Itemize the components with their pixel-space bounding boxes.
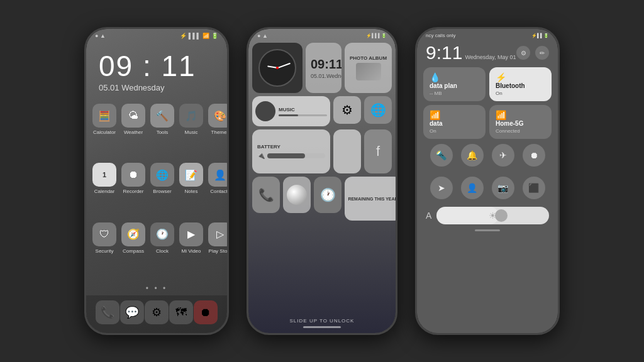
phone-icon[interactable]: 📞	[252, 177, 280, 213]
compass-label: Compass	[123, 248, 144, 254]
camera-btn[interactable]: 📷	[492, 177, 514, 199]
themes-icon: 🎨	[208, 104, 227, 128]
app-calendar[interactable]: 1 Calendar	[92, 163, 116, 217]
browser-icon: 🌐	[150, 163, 174, 187]
edit-icon-btn[interactable]: ✏	[535, 46, 549, 60]
app-security[interactable]: 🛡 Security	[92, 222, 116, 277]
settings-app-icon[interactable]: ⚙	[333, 96, 361, 124]
cc-tile-bluetooth[interactable]: ⚡ Bluetooth On	[489, 67, 552, 101]
battery-label: BATTERY	[257, 144, 280, 150]
facebook-icon[interactable]: f	[364, 129, 392, 173]
battery-fill	[267, 153, 305, 158]
flashlight-btn[interactable]: 🔦	[430, 144, 453, 167]
widget-time: 09:11	[311, 57, 341, 72]
location-btn[interactable]: ➤	[430, 177, 453, 199]
music-widget[interactable]: MUSIC	[252, 96, 330, 126]
dock-maps[interactable]: 🗺	[169, 300, 193, 324]
bluetooth-tile-icon: ⚡	[496, 72, 506, 82]
cc-btn-row-2: ➤ 👤 📷 ⬛	[417, 172, 558, 204]
bt-icon-3: ⚡▌▌🔋	[531, 33, 549, 38]
dock-phone[interactable]: 📞	[96, 300, 119, 324]
cc-tile-data-labels2: data On	[430, 120, 479, 134]
brightness-row: A ☀	[417, 204, 558, 227]
cc-tile-grid: 💧 data plan -- MB ⚡ Bluetooth On	[417, 67, 558, 139]
mivideo-label: Mi Video	[182, 248, 201, 254]
photo-album-widget[interactable]: PHOTO ALBUM	[345, 43, 392, 93]
data-label: data	[430, 120, 479, 127]
time-date-block: 9:11 Wednesday, May 01	[426, 42, 516, 63]
weather-label: Weather	[124, 129, 143, 135]
ball-widget[interactable]	[283, 177, 311, 213]
status-left-2: ● ▲	[257, 33, 268, 39]
widget-row-1: 09:11 05.01.Wednesday PHOTO ALBUM	[252, 43, 392, 93]
cc-tile-mobile-data[interactable]: 📶 data On	[423, 105, 486, 139]
contacts-label: Contacts	[210, 189, 227, 194]
brightness-slider[interactable]: ☀	[436, 207, 549, 224]
tools-label: Tools	[157, 129, 169, 135]
dock-messages[interactable]: 💬	[120, 300, 144, 324]
calculator-icon: 🧮	[92, 104, 116, 128]
music-progress-bar[interactable]	[279, 114, 327, 116]
app-mivideo[interactable]: ▶ Mi Video	[179, 222, 203, 277]
widget-row-3: BATTERY 🔌 f	[252, 129, 392, 173]
app-clock[interactable]: 🕐 Clock	[150, 222, 174, 277]
app-tools[interactable]: 🔨 Tools	[150, 104, 174, 158]
portrait-btn[interactable]: 👤	[461, 177, 484, 199]
brightness-thumb	[495, 209, 508, 222]
datetime-widget: 09:11 05.01.Wednesday	[306, 43, 341, 93]
app-themes[interactable]: 🎨 Themes	[208, 104, 227, 158]
app-playstore[interactable]: ▷ Play Store	[208, 222, 227, 277]
browser-label: Browser	[153, 189, 171, 194]
bell-btn[interactable]: 🔔	[461, 144, 484, 167]
airplane-btn[interactable]: ✈	[492, 144, 514, 167]
dock-record[interactable]: ⏺	[194, 300, 218, 324]
emergency-text: ncy calls only	[426, 33, 456, 38]
music-title: MUSIC	[279, 107, 327, 112]
photo-album-label: PHOTO ALBUM	[350, 55, 387, 61]
clock-center	[276, 67, 279, 69]
bluetooth-icon: ⚡	[180, 33, 187, 39]
app-compass[interactable]: 🧭 Compass	[121, 222, 145, 277]
widget-date: 05.01.Wednesday	[311, 73, 341, 79]
phone2-widget-area: 09:11 05.01.Wednesday PHOTO ALBUM MUSIC	[248, 40, 396, 314]
cc-tile-wifi[interactable]: 📶 Home-5G Connected	[489, 105, 552, 139]
security-icon: 🛡	[92, 222, 116, 246]
clock-icon: 🕐	[150, 222, 174, 246]
settings-icon-btn[interactable]: ⚙	[516, 46, 530, 60]
weather-icon: 🌤	[121, 104, 145, 128]
bluetooth-label: Bluetooth	[496, 82, 545, 89]
app-calculator[interactable]: 🧮 Calculator	[92, 104, 116, 158]
bottom-dock-1: 📞 💬 ⚙ 🗺 ⏺	[86, 295, 227, 333]
recorder-icon: ⏺	[121, 163, 145, 187]
battery-widget: BATTERY 🔌	[252, 129, 330, 173]
playstore-icon: ▷	[208, 222, 227, 246]
wifi-tile-icon: 📶	[496, 110, 506, 120]
square-widget-1[interactable]	[333, 129, 361, 173]
app-browser[interactable]: 🌐 Browser	[150, 163, 174, 217]
signal-icon: ▌▌▌	[189, 33, 201, 39]
time-display-1: 09 : 11 05.01 Wednesday	[86, 40, 227, 95]
slide-line	[303, 326, 341, 328]
app-weather[interactable]: 🌤 Weather	[121, 104, 145, 158]
app-contacts[interactable]: 👤 Contacts	[208, 163, 227, 217]
data-plan-icon: 💧	[430, 72, 440, 82]
analog-clock	[258, 49, 296, 87]
music-disc-icon	[255, 101, 275, 121]
cc-date: Wednesday, May 01	[465, 54, 516, 60]
app-notes[interactable]: 📝 Notes	[179, 163, 203, 217]
compass-icon: 🧭	[121, 222, 145, 246]
app-recorder[interactable]: ⏺ Recorder	[121, 163, 145, 217]
dock-settings[interactable]: ⚙	[145, 300, 169, 324]
mobile-data-icon: 📶	[430, 110, 440, 120]
music-label: Music	[185, 129, 198, 135]
clock-small-icon[interactable]: 🕐	[314, 177, 341, 213]
app-music[interactable]: 🎵 Music	[179, 104, 203, 158]
phone-1: ● ▲ ⚡ ▌▌▌ 📶 🔋 09 : 11 05.01 Wednesday 🧮 …	[84, 27, 229, 335]
focus-btn[interactable]: ⏺	[523, 144, 545, 167]
chrome-app-icon[interactable]: 🌐	[364, 96, 392, 124]
screen-btn[interactable]: ⬛	[523, 177, 545, 199]
cc-tile-data-plan[interactable]: 💧 data plan -- MB	[423, 67, 486, 101]
time-date-row: 9:11 Wednesday, May 01	[426, 42, 516, 63]
slide-to-unlock[interactable]: SLIDE UP TO UNLOCK	[248, 314, 396, 326]
date-display-1: 05.01 Wednesday	[99, 83, 214, 92]
